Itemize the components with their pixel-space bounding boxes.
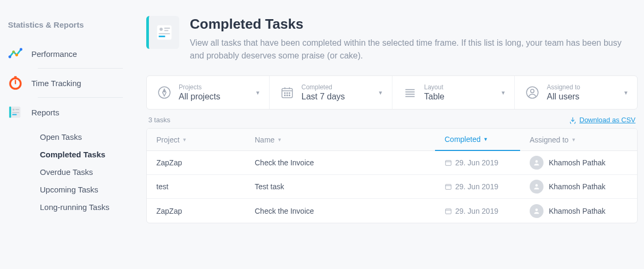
cell-project: test — [147, 182, 245, 191]
sort-arrow-icon: ▼ — [571, 137, 576, 142]
svg-point-25 — [285, 93, 286, 94]
avatar — [530, 180, 543, 194]
th-name[interactable]: Name▼ — [245, 136, 435, 144]
cell-assigned: Khamosh Pathak — [520, 204, 637, 218]
list-icon — [401, 83, 419, 102]
avatar — [530, 156, 543, 170]
svg-rect-16 — [164, 30, 169, 31]
download-csv-link[interactable]: Download as CSV — [569, 116, 636, 124]
cell-project: ZapZap — [147, 207, 245, 215]
calendar-icon — [445, 159, 452, 166]
subnav-overdue-tasks[interactable]: Overdue Tasks — [40, 163, 136, 181]
calendar-icon — [445, 207, 452, 215]
filter-label: Completed — [302, 83, 378, 91]
cell-name: Test task — [245, 182, 435, 191]
svg-point-42 — [536, 184, 538, 187]
svg-rect-43 — [446, 208, 451, 213]
cell-completed: 29. Jun 2019 — [435, 158, 520, 167]
svg-rect-15 — [164, 28, 170, 29]
subnav-open-tasks[interactable]: Open Tasks — [40, 128, 136, 146]
svg-point-28 — [285, 95, 286, 96]
svg-point-1 — [12, 51, 15, 53]
page-title: Completed Tasks — [190, 16, 637, 32]
svg-point-14 — [160, 28, 163, 31]
svg-point-26 — [287, 93, 288, 94]
main-content: Completed Tasks View all tasks that have… — [136, 0, 644, 269]
svg-point-0 — [9, 55, 11, 58]
filter-value: All projects — [179, 92, 255, 102]
sidebar-item-label: Time Tracking — [31, 79, 81, 88]
subnav: Open Tasks Completed Tasks Overdue Tasks… — [40, 128, 136, 216]
th-assigned[interactable]: Assigned to▼ — [520, 136, 637, 144]
svg-point-36 — [531, 89, 534, 93]
th-completed[interactable]: Completed▼ — [435, 129, 520, 151]
sidebar-title: Statistics & Reports — [8, 20, 136, 29]
table-row[interactable]: test Test task 29. Jun 2019 Khamosh Path… — [147, 175, 637, 199]
filter-label: Assigned to — [547, 83, 623, 91]
subnav-completed-tasks[interactable]: Completed Tasks — [40, 146, 136, 163]
table-row[interactable]: ZapZap Check the Invoice 29. Jun 2019 Kh… — [147, 199, 637, 223]
cell-name: Check the Invoice — [245, 207, 435, 215]
svg-point-20 — [164, 91, 165, 93]
cell-assigned: Khamosh Pathak — [520, 180, 637, 194]
table-row[interactable]: ZapZap Check the Invoice 29. Jun 2019 Kh… — [147, 151, 637, 175]
chevron-down-icon: ▼ — [255, 90, 261, 96]
svg-rect-8 — [9, 107, 11, 118]
svg-point-27 — [289, 93, 290, 94]
svg-point-2 — [15, 54, 18, 56]
svg-point-39 — [536, 160, 538, 163]
avatar — [530, 204, 543, 218]
sidebar-item-reports[interactable]: Reports — [8, 99, 136, 125]
svg-point-9 — [13, 109, 15, 111]
filter-label: Layout — [424, 83, 501, 91]
stopwatch-icon — [8, 75, 31, 90]
tasks-table: Project▼ Name▼ Completed▼ Assigned to▼ Z… — [146, 128, 638, 223]
subnav-long-running-tasks[interactable]: Long-running Tasks — [40, 198, 136, 216]
calendar-icon — [445, 183, 452, 190]
report-icon — [146, 16, 179, 49]
chevron-down-icon: ▼ — [623, 90, 629, 96]
sort-arrow-icon: ▼ — [277, 137, 282, 142]
table-header: Project▼ Name▼ Completed▼ Assigned to▼ — [147, 129, 637, 151]
svg-rect-12 — [12, 114, 16, 115]
page-description: View all tasks that have been completed … — [190, 37, 637, 62]
sidebar-item-time-tracking[interactable]: Time Tracking — [8, 70, 136, 96]
sidebar: Statistics & Reports Performance Time Tr… — [0, 0, 136, 269]
svg-point-45 — [536, 208, 538, 211]
document-icon — [8, 105, 31, 120]
calendar-icon — [278, 83, 296, 102]
svg-rect-5 — [14, 76, 17, 78]
svg-rect-11 — [12, 112, 19, 113]
divider — [38, 97, 123, 98]
filter-projects[interactable]: Projects All projects ▼ — [147, 76, 270, 109]
filter-value: Last 7 days — [302, 92, 378, 102]
user-icon — [523, 83, 541, 102]
svg-point-29 — [287, 95, 288, 96]
csv-label: Download as CSV — [580, 116, 636, 124]
download-icon — [569, 116, 576, 124]
cell-assigned: Khamosh Pathak — [520, 156, 637, 170]
filters-bar: Projects All projects ▼ Completed Last 7… — [146, 75, 638, 110]
subnav-upcoming-tasks[interactable]: Upcoming Tasks — [40, 181, 136, 198]
page-header: Completed Tasks View all tasks that have… — [146, 16, 638, 62]
sidebar-item-label: Reports — [31, 108, 60, 117]
filter-assigned[interactable]: Assigned to All users ▼ — [515, 76, 637, 109]
svg-rect-10 — [15, 109, 19, 110]
cell-completed: 29. Jun 2019 — [435, 182, 520, 191]
svg-rect-13 — [157, 26, 171, 40]
rocket-icon — [155, 83, 173, 102]
chart-line-icon — [8, 46, 31, 61]
sidebar-item-performance[interactable]: Performance — [8, 41, 136, 66]
meta-row: 3 tasks Download as CSV — [148, 116, 635, 124]
filter-completed[interactable]: Completed Last 7 days ▼ — [270, 76, 392, 109]
cell-name: Check the Invoice — [245, 158, 435, 167]
filter-value: All users — [547, 92, 623, 102]
filter-label: Projects — [179, 83, 255, 91]
svg-point-30 — [289, 95, 290, 96]
th-project[interactable]: Project▼ — [147, 136, 245, 144]
svg-point-3 — [20, 48, 22, 51]
svg-rect-18 — [158, 36, 165, 37]
svg-rect-37 — [446, 161, 451, 165]
sidebar-item-label: Performance — [31, 49, 77, 58]
filter-layout[interactable]: Layout Table ▼ — [392, 76, 515, 109]
